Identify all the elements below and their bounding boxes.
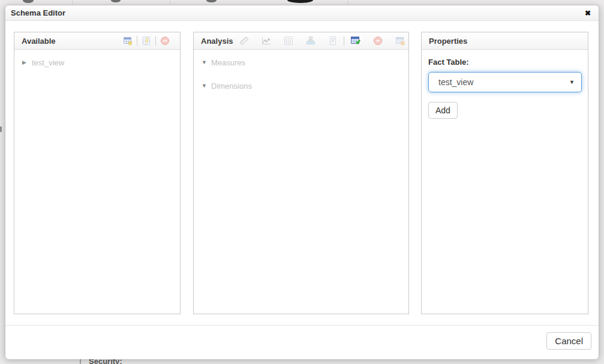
tree-item-dimensions[interactable]: ▼ Dimensions bbox=[194, 80, 408, 92]
apply-table-icon[interactable] bbox=[350, 35, 361, 46]
fact-table-label: Fact Table: bbox=[428, 58, 581, 67]
chevron-down-icon: ▼ bbox=[569, 79, 575, 85]
remove-icon[interactable] bbox=[160, 35, 170, 46]
analysis-panel-header: Analysis bbox=[194, 32, 408, 50]
properties-panel-title: Properties bbox=[429, 37, 467, 46]
background-divider bbox=[80, 359, 81, 364]
add-table-icon[interactable] bbox=[122, 35, 133, 46]
analysis-panel-title: Analysis bbox=[201, 37, 233, 46]
toolbar-separator bbox=[155, 36, 156, 46]
fact-table-select[interactable]: test_view ▼ bbox=[428, 72, 582, 92]
line-chart-icon[interactable] bbox=[261, 35, 272, 46]
tree-item-label: test_view bbox=[32, 58, 64, 67]
collapsed-arrow-icon[interactable]: ▶ bbox=[22, 59, 32, 65]
available-toolbar bbox=[119, 35, 174, 46]
dialog-title: Schema Editor bbox=[11, 8, 65, 17]
available-panel-header: Available bbox=[14, 32, 180, 50]
available-tree: ▶ test_view bbox=[14, 50, 180, 68]
remove-icon[interactable] bbox=[372, 35, 383, 46]
toolbar-separator bbox=[344, 36, 344, 46]
background-clipped-glyph bbox=[0, 127, 2, 132]
schema-editor-dialog: Schema Editor ✖ Available bbox=[5, 5, 599, 359]
available-panel-title: Available bbox=[22, 37, 56, 46]
analysis-toolbar bbox=[233, 35, 411, 46]
tree-item-label: Measures bbox=[211, 58, 245, 67]
document-icon[interactable] bbox=[327, 35, 338, 46]
analysis-panel: Analysis bbox=[193, 32, 409, 314]
fact-table-selected-value: test_view bbox=[438, 77, 473, 87]
tree-item-test-view[interactable]: ▶ test_view bbox=[14, 56, 180, 68]
dialog-footer: Cancel bbox=[5, 325, 599, 359]
expanded-arrow-icon[interactable]: ▼ bbox=[202, 83, 211, 89]
table-pending-icon[interactable] bbox=[395, 35, 405, 46]
edit-table-icon[interactable] bbox=[141, 35, 152, 46]
available-panel: Available bbox=[14, 32, 181, 314]
tree-item-measures[interactable]: ▼ Measures bbox=[194, 56, 408, 68]
expanded-arrow-icon[interactable]: ▼ bbox=[202, 59, 211, 65]
background-divider bbox=[348, 0, 348, 5]
background-divider bbox=[170, 0, 170, 5]
analysis-tree: ▼ Measures ▼ Dimensions bbox=[194, 50, 408, 92]
ruler-icon[interactable] bbox=[239, 35, 250, 46]
add-button[interactable]: Add bbox=[428, 102, 458, 119]
properties-panel-header: Properties bbox=[422, 32, 588, 50]
properties-form: Fact Table: test_view ▼ Add bbox=[422, 50, 588, 119]
list-icon[interactable] bbox=[283, 35, 294, 46]
background-divider bbox=[72, 0, 73, 5]
cancel-button[interactable]: Cancel bbox=[546, 332, 591, 350]
tree-item-label: Dimensions bbox=[211, 82, 252, 91]
toolbar-separator bbox=[137, 36, 137, 46]
close-icon[interactable]: ✖ bbox=[585, 10, 591, 17]
hierarchy-icon[interactable] bbox=[305, 35, 316, 46]
properties-panel: Properties Fact Table: test_view ▼ Add bbox=[421, 32, 588, 314]
dialog-titlebar: Schema Editor ✖ bbox=[5, 5, 599, 21]
